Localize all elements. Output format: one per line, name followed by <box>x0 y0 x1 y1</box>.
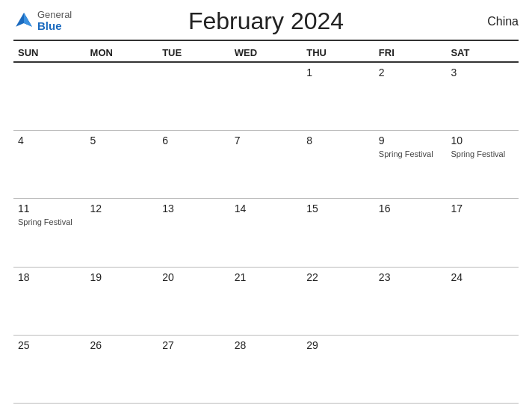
cell-date: 15 <box>306 203 374 214</box>
cell-date: 29 <box>306 339 374 351</box>
calendar-cell <box>374 336 447 403</box>
calendar-cell: 26 <box>86 336 158 403</box>
calendar-cell <box>13 63 86 130</box>
calendar-cell <box>230 63 303 130</box>
cell-date: 23 <box>379 271 447 283</box>
cell-date: 16 <box>379 203 447 214</box>
cell-event: Spring Festival <box>18 217 72 226</box>
calendar-cell: 25 <box>13 336 86 403</box>
day-wed: WED <box>230 44 303 61</box>
calendar-week-4: 18192021222324 <box>13 268 519 336</box>
cell-date: 24 <box>451 271 519 283</box>
svg-marker-1 <box>24 13 32 28</box>
calendar-week-2: 456789Spring Festival10Spring Festival <box>13 131 519 199</box>
cell-date: 11 <box>18 203 86 214</box>
logo: General Blue <box>13 10 88 33</box>
calendar-cell: 18 <box>13 268 86 335</box>
calendar-cell: 8 <box>302 131 374 198</box>
calendar-cell: 5 <box>86 131 158 198</box>
calendar-cell: 1 <box>302 63 374 130</box>
cell-date: 4 <box>18 135 86 146</box>
calendar-cell: 17 <box>446 199 519 266</box>
calendar-cell: 4 <box>13 131 86 198</box>
calendar-week-1: 123 <box>13 63 519 131</box>
calendar-cell <box>158 63 230 130</box>
day-sun: SUN <box>13 44 86 61</box>
logo-general-text: General <box>37 10 72 20</box>
day-fri: FRI <box>374 44 447 61</box>
calendar-cell: 14 <box>230 199 303 266</box>
day-tue: TUE <box>158 44 230 61</box>
calendar-cell: 20 <box>158 268 230 335</box>
calendar-week-5: 2526272829 <box>13 336 519 404</box>
cell-event: Spring Festival <box>379 149 433 158</box>
cell-date: 21 <box>235 271 303 283</box>
calendar-cell: 11Spring Festival <box>13 199 86 266</box>
calendar-week-3: 11Spring Festival121314151617 <box>13 199 519 267</box>
logo-text: General Blue <box>37 10 72 33</box>
cell-date: 17 <box>451 203 519 214</box>
day-mon: MON <box>86 44 158 61</box>
calendar-title: February 2024 <box>88 7 444 35</box>
calendar-cell <box>86 63 158 130</box>
calendar-header: General Blue February 2024 China <box>13 7 519 41</box>
calendar-cell: 10Spring Festival <box>446 131 519 198</box>
calendar-cell: 13 <box>158 199 230 266</box>
logo-icon <box>13 10 34 31</box>
calendar-cell: 9Spring Festival <box>374 131 447 198</box>
cell-event: Spring Festival <box>451 149 505 158</box>
calendar-container: General Blue February 2024 China SUN MON… <box>0 0 532 411</box>
cell-date: 18 <box>18 271 86 283</box>
cell-date: 25 <box>18 339 86 351</box>
calendar-cell: 27 <box>158 336 230 403</box>
cell-date: 1 <box>306 67 374 78</box>
cell-date: 5 <box>90 135 158 146</box>
cell-date: 28 <box>235 339 303 351</box>
calendar-grid: 123456789Spring Festival10Spring Festiva… <box>13 63 519 404</box>
cell-date: 13 <box>162 203 230 214</box>
cell-date: 8 <box>306 135 374 146</box>
cell-date: 2 <box>379 67 447 78</box>
calendar-cell: 6 <box>158 131 230 198</box>
calendar-cell <box>446 336 519 403</box>
calendar-cell: 22 <box>302 268 374 335</box>
calendar-cell: 19 <box>86 268 158 335</box>
cell-date: 26 <box>90 339 158 351</box>
days-header: SUN MON TUE WED THU FRI SAT <box>13 44 519 63</box>
day-thu: THU <box>302 44 374 61</box>
calendar-cell: 21 <box>230 268 303 335</box>
cell-date: 6 <box>162 135 230 146</box>
logo-blue-text: Blue <box>37 20 72 33</box>
cell-date: 20 <box>162 271 230 283</box>
cell-date: 3 <box>451 67 519 78</box>
calendar-cell: 12 <box>86 199 158 266</box>
cell-date: 14 <box>235 203 303 214</box>
calendar-cell: 24 <box>446 268 519 335</box>
cell-date: 9 <box>379 135 447 146</box>
calendar-cell: 28 <box>230 336 303 403</box>
cell-date: 22 <box>306 271 374 283</box>
day-sat: SAT <box>446 44 519 61</box>
cell-date: 27 <box>162 339 230 351</box>
cell-date: 10 <box>451 135 519 146</box>
calendar-cell: 29 <box>302 336 374 403</box>
calendar-cell: 23 <box>374 268 447 335</box>
calendar-cell: 2 <box>374 63 447 130</box>
cell-date: 7 <box>235 135 303 146</box>
calendar-cell: 7 <box>230 131 303 198</box>
calendar-cell: 3 <box>446 63 519 130</box>
calendar-cell: 15 <box>302 199 374 266</box>
country-label: China <box>444 15 519 28</box>
cell-date: 19 <box>90 271 158 283</box>
cell-date: 12 <box>90 203 158 214</box>
calendar-cell: 16 <box>374 199 447 266</box>
